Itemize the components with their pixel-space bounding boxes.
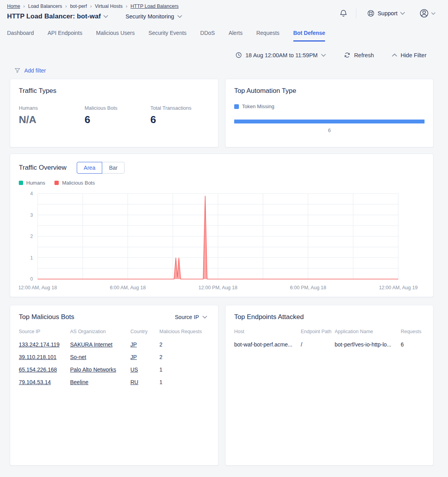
top-endpoints-title: Top Endpoints Attacked — [234, 313, 304, 321]
breadcrumb-separator: › — [90, 3, 92, 9]
malicious-requests-value: 1 — [159, 366, 163, 373]
support-menu-button[interactable]: Support — [365, 9, 407, 18]
monitoring-type-label: Security Monitoring — [125, 13, 174, 20]
breadcrumb: Home › Load Balancers › bot-perf › Virtu… — [7, 3, 182, 9]
country-link[interactable]: JP — [130, 341, 137, 348]
source-ip-link[interactable]: 65.154.226.168 — [19, 366, 57, 373]
date-range-picker[interactable]: 18 Aug 12:00AM to 11:59PM — [235, 52, 326, 58]
column-header: Malicious Requests — [159, 329, 210, 338]
svg-text:12:00 PM, Aug 18: 12:00 PM, Aug 18 — [199, 285, 237, 290]
bell-icon — [339, 9, 348, 18]
source-ip-link[interactable]: 39.110.218.101 — [19, 354, 56, 360]
stat-label: Total Transactions — [150, 105, 191, 111]
traffic-types-card: Traffic Types Humans N/A Malicious Bots … — [10, 79, 219, 147]
as-organization-link[interactable]: Palo Alto Networks — [70, 366, 116, 373]
monitoring-type-selector[interactable]: Security Monitoring — [125, 13, 182, 20]
header-left: Home › Load Balancers › bot-perf › Virtu… — [7, 3, 182, 20]
breadcrumb-load-balancers[interactable]: Load Balancers — [28, 4, 62, 9]
header-right: Support — [339, 8, 438, 19]
legend-label: Humans — [26, 180, 45, 186]
svg-text:0: 0 — [30, 276, 33, 282]
column-header: Requests — [401, 329, 425, 338]
top-malicious-bots-card: Top Malicious Bots Source IP Source IP A… — [10, 305, 219, 466]
country-link[interactable]: RU — [130, 379, 138, 385]
traffic-types-title: Traffic Types — [19, 87, 210, 95]
traffic-overview-area-chart: 0123412:00 AM, Aug 186:00 AM, Aug 1812:0… — [19, 190, 425, 292]
source-ip-link[interactable]: 79.104.53.14 — [19, 379, 51, 385]
breadcrumb-home[interactable]: Home — [7, 4, 20, 9]
table-header-row: Host Endpoint Path Application Name Requ… — [234, 329, 425, 338]
add-filter-row: Add filter — [14, 67, 448, 74]
stat-label: Malicious Bots — [85, 105, 150, 111]
tab-api-endpoints[interactable]: API Endpoints — [48, 30, 83, 42]
tab-malicious-users[interactable]: Malicious Users — [96, 30, 135, 42]
dashboard-content: Traffic Types Humans N/A Malicious Bots … — [10, 79, 434, 466]
legend-swatch — [19, 181, 23, 185]
support-label: Support — [378, 10, 397, 16]
table-row: 65.154.226.168Palo Alto NetworksUS1 — [19, 363, 210, 376]
stat-malicious-bots: Malicious Bots 6 — [85, 105, 150, 126]
legend-swatch — [54, 181, 59, 185]
svg-text:1: 1 — [30, 255, 33, 261]
toggle-bar-button[interactable]: Bar — [102, 162, 125, 174]
source-ip-link[interactable]: 133.242.174.119 — [19, 341, 60, 348]
refresh-button[interactable]: Refresh — [344, 52, 374, 58]
tab-security-events[interactable]: Security Events — [148, 30, 186, 42]
table-header-row: Source IP AS Organization Country Malici… — [19, 329, 210, 338]
filter-bar: 18 Aug 12:00AM to 11:59PM Refresh Hide F… — [0, 52, 426, 58]
lifebuoy-icon — [367, 9, 375, 17]
add-filter-button[interactable]: Add filter — [24, 67, 46, 74]
legend-item-humans: Humans — [19, 180, 45, 186]
country-link[interactable]: JP — [130, 354, 137, 360]
legend-swatch — [234, 104, 239, 109]
header-divider — [356, 8, 356, 18]
tab-dashboard[interactable]: Dashboard — [7, 30, 34, 42]
malicious-requests-value: 2 — [159, 354, 163, 360]
malicious-bots-header: Top Malicious Bots Source IP — [19, 313, 210, 321]
account-menu-button[interactable] — [417, 8, 438, 19]
table-row: 79.104.53.14BeelineRU1 — [19, 376, 210, 388]
automation-legend: Token Missing — [234, 103, 425, 109]
tab-bar: Dashboard API Endpoints Malicious Users … — [0, 30, 448, 42]
page-title: HTTP Load Balancer: bot-waf — [7, 13, 101, 20]
column-header: Country — [130, 329, 159, 338]
column-header: Host — [234, 329, 301, 338]
breadcrumb-separator: › — [126, 3, 127, 9]
group-by-selector[interactable]: Source IP — [173, 314, 210, 321]
svg-text:2: 2 — [30, 234, 33, 239]
breadcrumb-bot-perf[interactable]: bot-perf — [70, 4, 87, 9]
hide-filter-button[interactable]: Hide Filter — [392, 52, 426, 58]
svg-text:12:00 AM, Aug 19: 12:00 AM, Aug 19 — [379, 285, 418, 290]
legend-item-token-missing: Token Missing — [234, 103, 274, 109]
svg-text:12:00 AM, Aug 18: 12:00 AM, Aug 18 — [19, 285, 57, 290]
traffic-overview-legend: Humans Malicious Bots — [19, 180, 425, 186]
breadcrumb-http-load-balancers[interactable]: HTTP Load Balancers — [130, 4, 179, 9]
refresh-label: Refresh — [354, 52, 374, 58]
breadcrumb-separator: › — [65, 3, 67, 9]
svg-text:3: 3 — [30, 212, 33, 218]
malicious-requests-value: 1 — [159, 379, 163, 385]
traffic-types-stats: Humans N/A Malicious Bots 6 Total Transa… — [19, 105, 210, 126]
column-header: AS Organization — [70, 329, 130, 338]
funnel-icon — [14, 67, 21, 74]
automation-bar-value-label: 6 — [234, 127, 425, 133]
chevron-down-icon — [431, 12, 435, 15]
svg-text:4: 4 — [30, 191, 33, 196]
as-organization-link[interactable]: SAKURA Internet — [70, 341, 112, 348]
breadcrumb-virtual-hosts[interactable]: Virtual Hosts — [95, 4, 123, 9]
tab-bot-defense[interactable]: Bot Defense — [293, 30, 325, 42]
notification-bell-button[interactable] — [339, 9, 348, 18]
malicious-bots-table: Source IP AS Organization Country Malici… — [19, 329, 210, 388]
stat-value: 6 — [150, 114, 191, 126]
endpoints-table: Host Endpoint Path Application Name Requ… — [234, 329, 425, 351]
tab-requests[interactable]: Requests — [256, 30, 279, 42]
tab-ddos[interactable]: DDoS — [200, 30, 215, 42]
as-organization-link[interactable]: Beeline — [70, 379, 89, 385]
tab-alerts[interactable]: Alerts — [229, 30, 243, 42]
lb-selector-chevron-down-icon[interactable] — [103, 15, 108, 18]
legend-label: Token Missing — [242, 103, 274, 109]
country-link[interactable]: US — [130, 366, 138, 373]
as-organization-link[interactable]: So-net — [70, 354, 86, 360]
toggle-area-button[interactable]: Area — [77, 162, 103, 174]
chevron-down-icon — [400, 12, 405, 15]
